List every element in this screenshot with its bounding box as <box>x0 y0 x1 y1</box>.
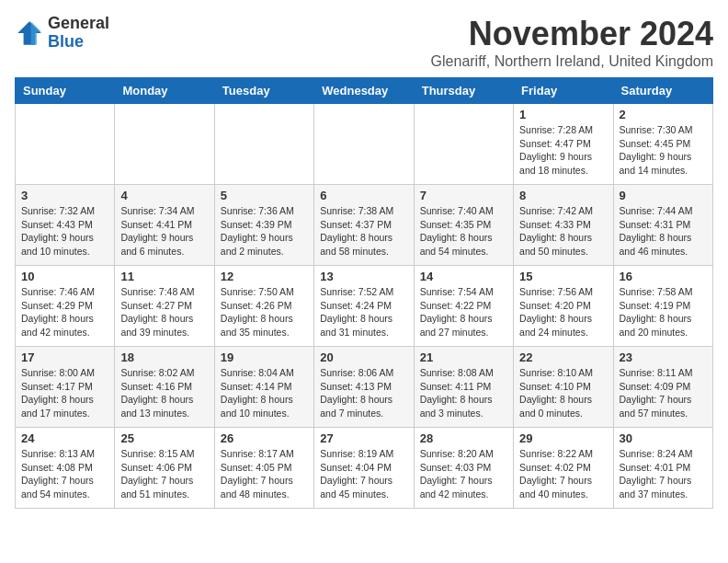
day-detail: Sunrise: 7:44 AM Sunset: 4:31 PM Dayligh… <box>620 204 707 259</box>
calendar-cell: 1Sunrise: 7:28 AM Sunset: 4:47 PM Daylig… <box>514 104 613 185</box>
day-detail: Sunrise: 7:56 AM Sunset: 4:20 PM Dayligh… <box>519 285 607 339</box>
logo-general: General <box>48 14 109 32</box>
calendar-week-5: 24Sunrise: 8:13 AM Sunset: 4:08 PM Dayli… <box>16 428 713 509</box>
day-detail: Sunrise: 7:36 AM Sunset: 4:39 PM Dayligh… <box>221 204 308 259</box>
title-block: November 2024 Glenariff, Northern Irelan… <box>431 15 713 70</box>
logo: General Blue <box>15 15 109 52</box>
day-detail: Sunrise: 8:00 AM Sunset: 4:17 PM Dayligh… <box>21 366 108 420</box>
day-number: 25 <box>120 431 208 445</box>
day-number: 16 <box>620 270 707 283</box>
calendar-cell: 8Sunrise: 7:42 AM Sunset: 4:33 PM Daylig… <box>514 185 613 266</box>
day-number: 6 <box>320 189 407 202</box>
calendar-cell: 11Sunrise: 7:48 AM Sunset: 4:27 PM Dayli… <box>115 266 214 347</box>
day-detail: Sunrise: 7:34 AM Sunset: 4:41 PM Dayligh… <box>120 204 208 259</box>
day-number: 2 <box>620 108 707 121</box>
logo-blue: Blue <box>48 32 84 51</box>
calendar-cell <box>214 104 313 185</box>
day-detail: Sunrise: 7:42 AM Sunset: 4:33 PM Dayligh… <box>519 204 607 259</box>
day-number: 3 <box>21 189 108 202</box>
day-detail: Sunrise: 8:22 AM Sunset: 4:02 PM Dayligh… <box>519 447 607 501</box>
day-number: 26 <box>221 431 308 445</box>
day-detail: Sunrise: 8:02 AM Sunset: 4:16 PM Dayligh… <box>120 366 208 420</box>
day-detail: Sunrise: 7:28 AM Sunset: 4:47 PM Dayligh… <box>519 123 607 178</box>
calendar-cell: 2Sunrise: 7:30 AM Sunset: 4:45 PM Daylig… <box>613 104 712 185</box>
day-detail: Sunrise: 7:58 AM Sunset: 4:19 PM Dayligh… <box>620 285 707 339</box>
calendar-week-2: 3Sunrise: 7:32 AM Sunset: 4:43 PM Daylig… <box>16 185 713 266</box>
day-number: 29 <box>519 431 607 445</box>
day-number: 28 <box>420 431 507 445</box>
calendar-week-4: 17Sunrise: 8:00 AM Sunset: 4:17 PM Dayli… <box>16 347 713 428</box>
calendar-cell: 20Sunrise: 8:06 AM Sunset: 4:13 PM Dayli… <box>314 347 414 428</box>
day-detail: Sunrise: 7:50 AM Sunset: 4:26 PM Dayligh… <box>221 285 308 339</box>
calendar-cell: 4Sunrise: 7:34 AM Sunset: 4:41 PM Daylig… <box>115 185 214 266</box>
calendar-cell: 19Sunrise: 8:04 AM Sunset: 4:14 PM Dayli… <box>214 347 313 428</box>
calendar-cell: 13Sunrise: 7:52 AM Sunset: 4:24 PM Dayli… <box>314 266 414 347</box>
day-number: 11 <box>120 270 208 283</box>
day-number: 22 <box>519 350 607 364</box>
day-detail: Sunrise: 7:32 AM Sunset: 4:43 PM Dayligh… <box>21 204 108 259</box>
day-detail: Sunrise: 8:19 AM Sunset: 4:04 PM Dayligh… <box>320 447 407 501</box>
calendar-table: SundayMondayTuesdayWednesdayThursdayFrid… <box>15 77 713 509</box>
calendar-cell: 3Sunrise: 7:32 AM Sunset: 4:43 PM Daylig… <box>16 185 115 266</box>
day-detail: Sunrise: 8:06 AM Sunset: 4:13 PM Dayligh… <box>320 366 407 420</box>
logo-icon <box>15 18 44 48</box>
calendar-cell: 23Sunrise: 8:11 AM Sunset: 4:09 PM Dayli… <box>613 347 712 428</box>
day-detail: Sunrise: 8:10 AM Sunset: 4:10 PM Dayligh… <box>519 366 607 420</box>
calendar-cell <box>314 104 414 185</box>
day-number: 14 <box>420 270 507 283</box>
day-detail: Sunrise: 7:54 AM Sunset: 4:22 PM Dayligh… <box>420 285 507 339</box>
calendar-cell: 12Sunrise: 7:50 AM Sunset: 4:26 PM Dayli… <box>214 266 313 347</box>
day-number: 15 <box>519 270 607 283</box>
day-number: 1 <box>519 108 607 121</box>
calendar-cell: 6Sunrise: 7:38 AM Sunset: 4:37 PM Daylig… <box>314 185 414 266</box>
day-number: 10 <box>21 270 108 283</box>
header-monday: Monday <box>115 78 214 104</box>
day-detail: Sunrise: 8:24 AM Sunset: 4:01 PM Dayligh… <box>620 447 707 501</box>
calendar-cell: 9Sunrise: 7:44 AM Sunset: 4:31 PM Daylig… <box>613 185 712 266</box>
calendar-cell: 22Sunrise: 8:10 AM Sunset: 4:10 PM Dayli… <box>514 347 613 428</box>
calendar-cell: 10Sunrise: 7:46 AM Sunset: 4:29 PM Dayli… <box>16 266 115 347</box>
day-number: 21 <box>420 350 507 364</box>
header-thursday: Thursday <box>414 78 513 104</box>
header-sunday: Sunday <box>16 78 115 104</box>
header-saturday: Saturday <box>613 78 712 104</box>
day-number: 20 <box>320 350 407 364</box>
calendar-cell: 27Sunrise: 8:19 AM Sunset: 4:04 PM Dayli… <box>314 428 414 509</box>
day-number: 17 <box>21 350 108 364</box>
page-header: General Blue November 2024 Glenariff, No… <box>15 15 713 70</box>
location-subtitle: Glenariff, Northern Ireland, United King… <box>431 53 713 70</box>
day-number: 4 <box>120 189 208 202</box>
day-detail: Sunrise: 8:13 AM Sunset: 4:08 PM Dayligh… <box>21 447 108 501</box>
day-detail: Sunrise: 7:40 AM Sunset: 4:35 PM Dayligh… <box>420 204 507 259</box>
svg-marker-0 <box>17 21 41 45</box>
calendar-cell: 26Sunrise: 8:17 AM Sunset: 4:05 PM Dayli… <box>214 428 313 509</box>
day-detail: Sunrise: 8:04 AM Sunset: 4:14 PM Dayligh… <box>221 366 308 420</box>
logo-text: General Blue <box>48 15 109 52</box>
day-number: 7 <box>420 189 507 202</box>
calendar-cell: 21Sunrise: 8:08 AM Sunset: 4:11 PM Dayli… <box>414 347 513 428</box>
day-detail: Sunrise: 7:52 AM Sunset: 4:24 PM Dayligh… <box>320 285 407 339</box>
calendar-cell <box>115 104 214 185</box>
calendar-week-1: 1Sunrise: 7:28 AM Sunset: 4:47 PM Daylig… <box>16 104 713 185</box>
calendar-week-3: 10Sunrise: 7:46 AM Sunset: 4:29 PM Dayli… <box>16 266 713 347</box>
day-detail: Sunrise: 7:46 AM Sunset: 4:29 PM Dayligh… <box>21 285 108 339</box>
calendar-cell: 15Sunrise: 7:56 AM Sunset: 4:20 PM Dayli… <box>514 266 613 347</box>
header-tuesday: Tuesday <box>214 78 313 104</box>
calendar-header-row: SundayMondayTuesdayWednesdayThursdayFrid… <box>16 78 713 104</box>
calendar-cell <box>414 104 513 185</box>
day-detail: Sunrise: 7:48 AM Sunset: 4:27 PM Dayligh… <box>120 285 208 339</box>
day-number: 23 <box>620 350 707 364</box>
header-friday: Friday <box>514 78 613 104</box>
day-detail: Sunrise: 7:38 AM Sunset: 4:37 PM Dayligh… <box>320 204 407 259</box>
calendar-cell: 14Sunrise: 7:54 AM Sunset: 4:22 PM Dayli… <box>414 266 513 347</box>
day-detail: Sunrise: 8:11 AM Sunset: 4:09 PM Dayligh… <box>620 366 707 420</box>
calendar-cell: 5Sunrise: 7:36 AM Sunset: 4:39 PM Daylig… <box>214 185 313 266</box>
day-number: 12 <box>221 270 308 283</box>
day-detail: Sunrise: 7:30 AM Sunset: 4:45 PM Dayligh… <box>620 123 707 178</box>
calendar-cell: 29Sunrise: 8:22 AM Sunset: 4:02 PM Dayli… <box>514 428 613 509</box>
day-number: 8 <box>519 189 607 202</box>
calendar-cell: 25Sunrise: 8:15 AM Sunset: 4:06 PM Dayli… <box>115 428 214 509</box>
header-wednesday: Wednesday <box>314 78 414 104</box>
day-number: 13 <box>320 270 407 283</box>
day-detail: Sunrise: 8:17 AM Sunset: 4:05 PM Dayligh… <box>221 447 308 501</box>
